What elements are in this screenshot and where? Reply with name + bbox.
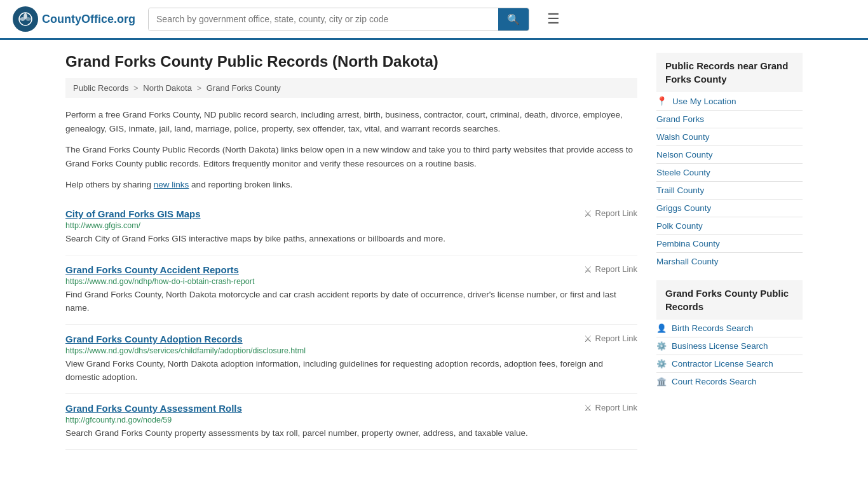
record-item: Grand Forks County Assessment Rolls ⚔ Re… xyxy=(65,394,637,450)
list-item: 👤 Birth Records Search xyxy=(656,320,803,337)
nearby-list: 📍 Use My Location Grand Forks Walsh Coun… xyxy=(656,92,803,270)
records-sidebar-list: 👤 Birth Records Search ⚙️ Business Licen… xyxy=(656,320,803,390)
person-icon: 👤 xyxy=(656,323,667,333)
nelson-county-link[interactable]: Nelson County xyxy=(656,150,803,159)
main-container: Grand Forks County Public Records (North… xyxy=(53,40,815,463)
logo[interactable]: CountyOffice.org xyxy=(13,6,135,32)
steele-county-link[interactable]: Steele County xyxy=(656,168,803,177)
menu-icon: ☰ xyxy=(547,11,560,27)
record-title[interactable]: City of Grand Forks GIS Maps xyxy=(65,208,201,219)
search-button[interactable]: 🔍 xyxy=(498,8,529,30)
county-records-title: Grand Forks County Public Records xyxy=(665,287,794,313)
list-item: Marshall County xyxy=(656,253,803,270)
record-item: City of Grand Forks GIS Maps ⚔ Report Li… xyxy=(65,200,637,255)
record-url[interactable]: https://www.nd.gov/ndhp/how-do-i-obtain-… xyxy=(65,277,637,286)
list-item: ⚙️ Business License Search xyxy=(656,337,803,355)
report-icon: ⚔ xyxy=(584,403,592,413)
report-link-button[interactable]: ⚔ Report Link xyxy=(584,264,637,274)
contractor-license-link[interactable]: Contractor License Search xyxy=(672,359,773,369)
list-item: Pembina County xyxy=(656,235,803,253)
page-title: Grand Forks County Public Records (North… xyxy=(65,53,637,71)
traill-county-link[interactable]: Traill County xyxy=(656,186,803,195)
search-input[interactable] xyxy=(149,8,498,30)
record-description: Search City of Grand Forks GIS interacti… xyxy=(65,233,637,246)
search-bar: 🔍 xyxy=(148,8,529,31)
list-item: Nelson County xyxy=(656,146,803,164)
list-item: Griggs County xyxy=(656,200,803,217)
breadcrumb-north-dakota[interactable]: North Dakota xyxy=(143,83,192,93)
record-description: Search Grand Forks County property asses… xyxy=(65,427,637,440)
location-pin-icon: 📍 xyxy=(656,96,667,106)
breadcrumb-grand-forks-county[interactable]: Grand Forks County xyxy=(207,83,281,93)
content-area: Grand Forks County Public Records (North… xyxy=(65,53,637,450)
gear-icon: ⚙️ xyxy=(656,359,667,369)
list-item: ⚙️ Contractor License Search xyxy=(656,355,803,373)
logo-icon xyxy=(13,6,38,32)
report-icon: ⚔ xyxy=(584,208,592,219)
logo-text: CountyOffice.org xyxy=(42,13,135,26)
pembina-county-link[interactable]: Pembina County xyxy=(656,239,803,248)
county-records-section-header: Grand Forks County Public Records xyxy=(656,280,803,320)
court-icon: 🏛️ xyxy=(656,377,667,386)
use-my-location-item: 📍 Use My Location xyxy=(656,92,803,111)
griggs-county-link[interactable]: Griggs County xyxy=(656,203,803,213)
record-url[interactable]: http://gfcounty.nd.gov/node/59 xyxy=(65,416,637,424)
use-my-location-link[interactable]: 📍 Use My Location xyxy=(656,96,803,106)
list-item: Traill County xyxy=(656,182,803,200)
list-item: Walsh County xyxy=(656,128,803,146)
record-url[interactable]: https://www.nd.gov/dhs/services/childfam… xyxy=(65,346,637,355)
court-records-link[interactable]: Court Records Search xyxy=(672,377,757,386)
report-link-button[interactable]: ⚔ Report Link xyxy=(584,208,637,219)
record-title[interactable]: Grand Forks County Accident Reports xyxy=(65,264,239,275)
nearby-title: Public Records near Grand Forks County xyxy=(665,59,794,86)
list-item: Polk County xyxy=(656,217,803,235)
description-1: Perform a free Grand Forks County, ND pu… xyxy=(65,108,637,135)
records-list: City of Grand Forks GIS Maps ⚔ Report Li… xyxy=(65,200,637,450)
record-url[interactable]: http://www.gfgis.com/ xyxy=(65,221,637,230)
walsh-county-link[interactable]: Walsh County xyxy=(656,132,803,142)
list-item: Grand Forks xyxy=(656,111,803,128)
list-item: 🏛️ Court Records Search xyxy=(656,373,803,390)
header: CountyOffice.org 🔍 ☰ xyxy=(0,0,868,40)
sidebar: Public Records near Grand Forks County 📍… xyxy=(656,53,803,450)
record-description: View Grand Forks County, North Dakota ad… xyxy=(65,358,637,384)
gear-icon: ⚙️ xyxy=(656,341,667,351)
breadcrumb: Public Records > North Dakota > Grand Fo… xyxy=(65,78,637,98)
list-item: Steele County xyxy=(656,164,803,182)
report-icon: ⚔ xyxy=(584,334,592,344)
description-2: The Grand Forks County Public Records (N… xyxy=(65,143,637,170)
record-item: Grand Forks County Adoption Records ⚔ Re… xyxy=(65,325,637,394)
report-icon: ⚔ xyxy=(584,264,592,274)
search-icon: 🔍 xyxy=(507,14,520,25)
record-title[interactable]: Grand Forks County Adoption Records xyxy=(65,334,243,344)
business-license-link[interactable]: Business License Search xyxy=(672,341,768,351)
marshall-county-link[interactable]: Marshall County xyxy=(656,257,803,266)
birth-records-link[interactable]: Birth Records Search xyxy=(672,323,753,333)
report-link-button[interactable]: ⚔ Report Link xyxy=(584,403,637,413)
record-title[interactable]: Grand Forks County Assessment Rolls xyxy=(65,403,242,414)
polk-county-link[interactable]: Polk County xyxy=(656,221,803,231)
nearby-section-header: Public Records near Grand Forks County xyxy=(656,53,803,92)
menu-button[interactable]: ☰ xyxy=(542,8,565,30)
record-item: Grand Forks County Accident Reports ⚔ Re… xyxy=(65,255,637,325)
report-link-button[interactable]: ⚔ Report Link xyxy=(584,334,637,344)
description-3: Help others by sharing new links and rep… xyxy=(65,178,637,192)
new-links-link[interactable]: new links xyxy=(154,180,189,189)
record-description: Find Grand Forks County, North Dakota mo… xyxy=(65,288,637,315)
grand-forks-link[interactable]: Grand Forks xyxy=(656,114,803,124)
breadcrumb-public-records[interactable]: Public Records xyxy=(73,83,128,93)
